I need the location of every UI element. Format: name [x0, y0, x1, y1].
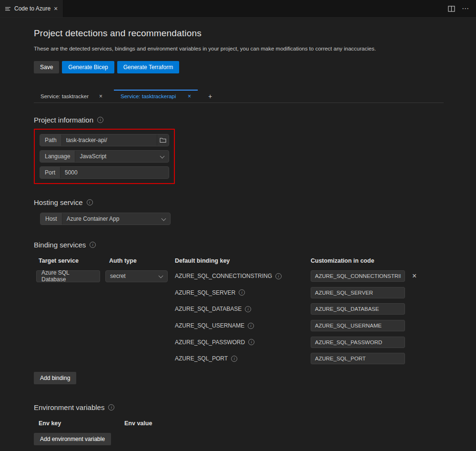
path-label: Path: [40, 134, 62, 146]
generate-bicep-button[interactable]: Generate Bicep: [62, 61, 114, 73]
add-binding-button[interactable]: Add binding: [34, 372, 76, 384]
highlight-box: Path Language JavaScript Port: [34, 129, 175, 184]
host-dropdown[interactable]: Azure Container App: [62, 213, 162, 225]
chevron-down-icon: [159, 274, 163, 278]
host-field-group: Host Azure Container App: [40, 213, 171, 225]
chevron-down-icon: [162, 217, 166, 221]
col-auth-type: Auth type: [105, 257, 175, 264]
service-tab-strip: Service: tasktracker × Service: tasktrac…: [34, 90, 444, 103]
browse-folder-button[interactable]: [157, 134, 169, 146]
editor-tab-code-to-azure[interactable]: Code to Azure ×: [0, 0, 63, 17]
binding-key: AZURE_SQL_PORTi: [175, 355, 237, 362]
action-toolbar: Save Generate Bicep Generate Terraform: [34, 61, 457, 73]
tab-service-tasktracker-close-icon[interactable]: ×: [99, 93, 102, 99]
tab-service-tasktracker-label: Service: tasktracker: [41, 93, 89, 99]
binding-key-info-icon[interactable]: i: [248, 339, 254, 345]
main-content: Project detections and recommendations T…: [0, 18, 476, 451]
project-information-info-icon[interactable]: i: [97, 117, 103, 123]
customization-input[interactable]: [311, 337, 405, 348]
code-to-azure-icon: [5, 6, 11, 12]
binding-key-info-icon[interactable]: i: [245, 306, 251, 312]
project-information-title: Project information: [34, 116, 93, 124]
binding-key: AZURE_SQL_SERVERi: [175, 289, 245, 296]
binding-key-info-icon[interactable]: i: [231, 356, 237, 362]
save-button[interactable]: Save: [34, 61, 59, 73]
add-service-tab-button[interactable]: +: [203, 90, 218, 102]
customization-column: ×: [311, 268, 457, 367]
environment-variables-info-icon[interactable]: i: [108, 404, 114, 410]
customization-input[interactable]: [311, 270, 405, 282]
page-title: Project detections and recommendations: [34, 28, 457, 39]
col-target-service: Target service: [34, 257, 105, 264]
port-label: Port: [40, 167, 61, 178]
hosting-service-title: Hosting service: [34, 198, 83, 206]
tab-service-tasktrackerapi-close-icon[interactable]: ×: [188, 93, 191, 99]
customization-input[interactable]: [311, 287, 405, 298]
binding-key-info-icon[interactable]: i: [275, 273, 282, 279]
env-table-header: Env key Env value: [34, 420, 457, 427]
path-input[interactable]: [62, 134, 157, 146]
path-field-group: Path: [40, 134, 169, 146]
environment-variables-title: Environment variables: [34, 403, 104, 411]
more-actions-icon[interactable]: ⋯: [462, 4, 469, 13]
col-env-value: Env value: [124, 420, 215, 427]
customization-input[interactable]: [311, 320, 405, 331]
language-label: Language: [40, 151, 75, 162]
environment-variables-heading: Environment variables i: [34, 403, 457, 411]
split-editor-icon[interactable]: [448, 6, 455, 12]
port-field-group: Port: [40, 166, 169, 179]
topbar-actions: ⋯: [448, 0, 476, 17]
binding-services-title: Binding services: [34, 241, 86, 249]
language-field-group: Language JavaScript: [40, 150, 169, 163]
target-service-column: Azure SQL Database: [34, 268, 105, 367]
binding-key-info-icon[interactable]: i: [239, 289, 245, 296]
auth-type-dropdown[interactable]: secret: [106, 271, 159, 282]
page-subtitle: These are the detected services, binding…: [34, 46, 457, 51]
col-env-key: Env key: [34, 420, 124, 427]
binding-row: Azure SQL Database secret AZURE_SQL_CONN…: [34, 268, 457, 367]
hosting-service-heading: Hosting service i: [34, 198, 457, 206]
remove-binding-icon[interactable]: ×: [412, 272, 416, 280]
binding-table-header: Target service Auth type Default binding…: [34, 257, 457, 264]
col-default-binding-key: Default binding key: [175, 257, 311, 264]
host-label: Host: [41, 213, 62, 225]
editor-tab-close-icon[interactable]: ×: [54, 5, 58, 12]
app-window: Code to Azure × ⋯ Project detections and…: [0, 0, 476, 451]
tab-service-tasktrackerapi-label: Service: tasktrackerapi: [121, 93, 176, 99]
tab-service-tasktracker[interactable]: Service: tasktracker ×: [34, 90, 109, 102]
customization-input[interactable]: [311, 303, 405, 315]
binding-key: AZURE_SQL_USERNAMEi: [175, 322, 254, 329]
auth-type-field-group: secret: [105, 270, 168, 282]
editor-tab-title: Code to Azure: [14, 5, 51, 12]
generate-terraform-button[interactable]: Generate Terraform: [117, 61, 180, 73]
project-information-heading: Project information i: [34, 116, 457, 124]
binding-key: AZURE_SQL_DATABASEi: [175, 306, 251, 312]
chevron-down-icon: [160, 154, 164, 159]
customization-input[interactable]: [311, 353, 405, 364]
port-input[interactable]: [61, 167, 169, 178]
tab-service-tasktrackerapi[interactable]: Service: tasktrackerapi ×: [114, 90, 198, 102]
add-environment-variable-button[interactable]: Add environment variable: [34, 433, 111, 445]
target-service-field[interactable]: Azure SQL Database: [36, 270, 100, 282]
binding-key: AZURE_SQL_CONNECTIONSTRINGi: [175, 273, 282, 279]
binding-key: AZURE_SQL_PASSWORDi: [175, 339, 254, 346]
hosting-service-info-icon[interactable]: i: [87, 199, 93, 205]
binding-services-heading: Binding services i: [34, 241, 457, 249]
language-dropdown[interactable]: JavaScript: [75, 151, 160, 162]
default-binding-key-column: AZURE_SQL_CONNECTIONSTRINGi AZURE_SQL_SE…: [175, 268, 311, 367]
col-customization-in-code: Customization in code: [311, 257, 457, 264]
auth-type-column: secret: [105, 268, 175, 367]
editor-tab-bar: Code to Azure × ⋯: [0, 0, 476, 18]
binding-key-info-icon[interactable]: i: [248, 323, 254, 329]
binding-services-info-icon[interactable]: i: [90, 242, 96, 248]
